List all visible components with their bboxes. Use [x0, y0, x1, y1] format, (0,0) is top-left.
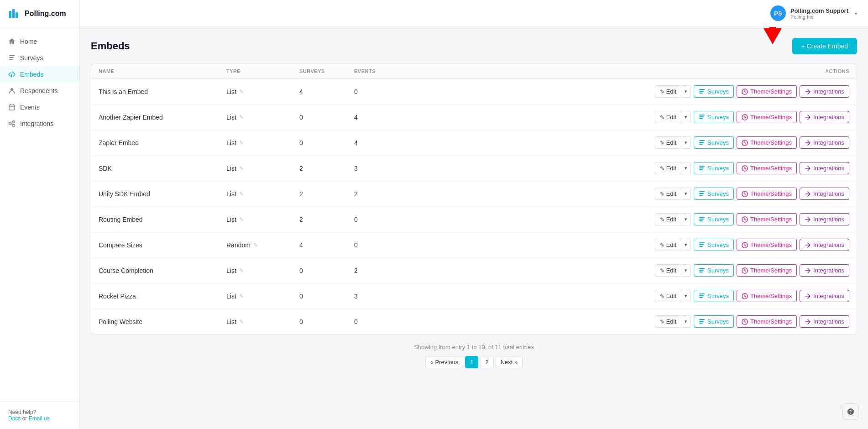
type-edit-icon-3[interactable]: ✎ [239, 165, 244, 172]
surveys-button-1[interactable]: Surveys [694, 111, 734, 123]
sidebar-item-surveys[interactable]: Surveys [0, 50, 79, 66]
edit-dropdown-9[interactable]: ▾ [681, 315, 691, 328]
prev-page-button[interactable]: « Previous [425, 356, 463, 368]
svg-rect-38 [699, 244, 704, 245]
theme-button-9[interactable]: Theme/Settings [737, 315, 797, 328]
integrations-button-8[interactable]: Integrations [800, 290, 849, 302]
sidebar-item-events[interactable]: Events [0, 99, 79, 115]
integrations-button-2[interactable]: Integrations [800, 136, 849, 149]
surveys-button-6[interactable]: Surveys [694, 239, 734, 251]
edit-button-3[interactable]: ✎ Edit [655, 162, 681, 174]
cell-name-2: Zapier Embed [99, 139, 226, 146]
surveys-button-9[interactable]: Surveys [694, 315, 734, 328]
user-menu[interactable]: PS Polling.com Support Polling Inc ▾ [770, 5, 857, 21]
surveys-button-4[interactable]: Surveys [694, 188, 734, 200]
theme-button-0[interactable]: Theme/Settings [737, 85, 797, 98]
edit-button-6[interactable]: ✎ Edit [655, 239, 681, 251]
integrations-button-9[interactable]: Integrations [800, 315, 849, 328]
sidebar-item-embeds[interactable]: Embeds [0, 66, 79, 83]
integrations-button-6[interactable]: Integrations [800, 239, 849, 251]
integrations-button-0[interactable]: Integrations [800, 85, 849, 98]
type-edit-icon-8[interactable]: ✎ [239, 293, 244, 299]
cell-surveys-1: 0 [299, 114, 354, 121]
edit-dropdown-5[interactable]: ▾ [681, 213, 691, 225]
theme-button-8[interactable]: Theme/Settings [737, 290, 797, 302]
col-header-events: EVENTS [354, 68, 409, 74]
page-1-button[interactable]: 1 [465, 356, 478, 368]
cell-events-5: 0 [354, 216, 409, 223]
edit-button-2[interactable]: ✎ Edit [655, 136, 681, 149]
theme-button-6[interactable]: Theme/Settings [737, 239, 797, 251]
type-edit-icon-4[interactable]: ✎ [239, 191, 244, 197]
sidebar-item-home[interactable]: Home [0, 33, 79, 50]
edit-dropdown-2[interactable]: ▾ [681, 136, 691, 149]
edit-dropdown-8[interactable]: ▾ [681, 290, 691, 302]
edit-dropdown-7[interactable]: ▾ [681, 264, 691, 277]
email-link[interactable]: Email us [29, 415, 50, 422]
svg-rect-2 [16, 12, 18, 18]
surveys-button-8[interactable]: Surveys [694, 290, 734, 302]
integrations-button-5[interactable]: Integrations [800, 213, 849, 225]
edit-button-0[interactable]: ✎ Edit [655, 85, 681, 98]
cell-type-0: List ✎ [226, 88, 299, 95]
next-page-button[interactable]: Next » [496, 356, 523, 368]
surveys-icon [8, 54, 16, 62]
theme-button-4[interactable]: Theme/Settings [737, 188, 797, 200]
type-edit-icon-0[interactable]: ✎ [239, 89, 244, 95]
arrow-indicator [759, 27, 786, 46]
edit-dropdown-4[interactable]: ▾ [681, 188, 691, 200]
edit-dropdown-6[interactable]: ▾ [681, 239, 691, 251]
integrations-button-3[interactable]: Integrations [800, 162, 849, 174]
type-edit-icon-1[interactable]: ✎ [239, 114, 244, 120]
integrations-button-1[interactable]: Integrations [800, 111, 849, 123]
surveys-button-5[interactable]: Surveys [694, 213, 734, 225]
type-edit-icon-9[interactable]: ✎ [239, 319, 244, 325]
edit-dropdown-0[interactable]: ▾ [681, 85, 691, 98]
user-details: Polling.com Support Polling Inc [790, 7, 848, 20]
sidebar-item-integrations[interactable]: Integrations [0, 115, 79, 132]
integrations-button-4[interactable]: Integrations [800, 188, 849, 200]
theme-button-5[interactable]: Theme/Settings [737, 213, 797, 225]
edit-button-1[interactable]: ✎ Edit [655, 111, 681, 123]
svg-rect-27 [699, 169, 703, 170]
edit-dropdown-3[interactable]: ▾ [681, 162, 691, 174]
col-header-type: TYPE [226, 68, 299, 74]
svg-rect-41 [699, 268, 705, 269]
respondents-icon [8, 87, 16, 94]
edit-dropdown-1[interactable]: ▾ [681, 111, 691, 123]
table-body: This is an Embed List ✎ 4 0 ✎ Edit ▾ Sur… [91, 79, 857, 334]
type-edit-icon-5[interactable]: ✎ [239, 216, 244, 223]
svg-rect-5 [9, 59, 13, 60]
theme-button-1[interactable]: Theme/Settings [737, 111, 797, 123]
sidebar-item-embeds-label: Embeds [20, 71, 43, 78]
cell-actions-1: ✎ Edit ▾ Surveys Theme/Settings Integrat… [409, 111, 849, 123]
type-edit-icon-7[interactable]: ✎ [239, 267, 244, 274]
cell-actions-3: ✎ Edit ▾ Surveys Theme/Settings Integrat… [409, 162, 849, 174]
page-2-button[interactable]: 2 [480, 356, 493, 368]
surveys-button-7[interactable]: Surveys [694, 264, 734, 277]
docs-link[interactable]: Docs [8, 415, 21, 422]
type-edit-icon-2[interactable]: ✎ [239, 140, 244, 146]
sidebar-item-respondents[interactable]: Respondents [0, 83, 79, 99]
svg-rect-19 [699, 118, 703, 119]
table-header: NAME TYPE SURVEYS EVENTS ACTIONS [91, 64, 857, 79]
surveys-button-0[interactable]: Surveys [694, 85, 734, 98]
cell-events-4: 2 [354, 190, 409, 198]
create-embed-button[interactable]: + Create Embed [792, 38, 857, 54]
theme-button-7[interactable]: Theme/Settings [737, 264, 797, 277]
help-button[interactable] [842, 403, 859, 420]
edit-button-4[interactable]: ✎ Edit [655, 188, 681, 200]
edit-button-8[interactable]: ✎ Edit [655, 290, 681, 302]
edit-button-5[interactable]: ✎ Edit [655, 213, 681, 225]
integrations-button-7[interactable]: Integrations [800, 264, 849, 277]
theme-button-2[interactable]: Theme/Settings [737, 136, 797, 149]
theme-button-3[interactable]: Theme/Settings [737, 162, 797, 174]
svg-rect-46 [699, 295, 704, 296]
sidebar-item-respondents-label: Respondents [20, 87, 58, 94]
surveys-button-2[interactable]: Surveys [694, 136, 734, 149]
edit-button-7[interactable]: ✎ Edit [655, 264, 681, 277]
surveys-button-3[interactable]: Surveys [694, 162, 734, 174]
type-edit-icon-6[interactable]: ✎ [253, 242, 258, 248]
edit-button-9[interactable]: ✎ Edit [655, 315, 681, 328]
svg-rect-0 [9, 11, 11, 18]
